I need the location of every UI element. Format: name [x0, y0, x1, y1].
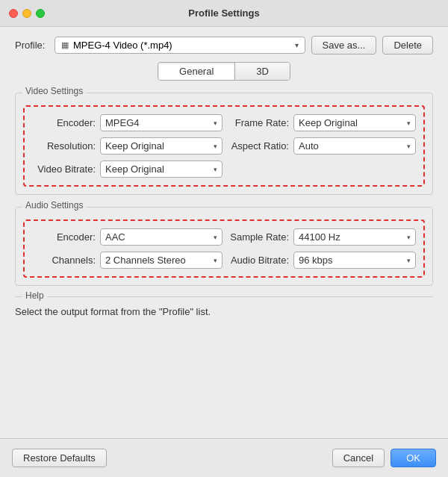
audio-bitrate-field: Audio Bitrate: 96 kbps ▾ — [225, 252, 416, 269]
encoder-field: Encoder: MPEG4 ▾ — [32, 114, 223, 131]
video-fields-grid: Encoder: MPEG4 ▾ Frame Rate: Keep Origin… — [32, 114, 416, 178]
encoder-value: MPEG4 — [105, 117, 211, 128]
save-as-button[interactable]: Save as... — [311, 36, 377, 54]
aspect-ratio-select[interactable]: Auto ▾ — [293, 137, 416, 155]
audio-dashed-border: Encoder: AAC ▾ Sample Rate: 44100 Hz ▾ — [23, 219, 425, 278]
tab-general[interactable]: General — [158, 63, 235, 80]
video-settings-label: Video Settings — [22, 86, 86, 96]
aspect-ratio-value: Auto — [299, 140, 404, 152]
video-bitrate-field: Video Bitrate: Keep Original ▾ — [32, 160, 223, 178]
resolution-label: Resolution: — [32, 140, 96, 152]
encoder-select[interactable]: MPEG4 ▾ — [100, 114, 223, 131]
video-settings-section: Video Settings Encoder: MPEG4 ▾ Frame Ra… — [15, 93, 433, 195]
sample-rate-field: Sample Rate: 44100 Hz ▾ — [225, 228, 416, 246]
video-bitrate-select[interactable]: Keep Original ▾ — [100, 160, 223, 178]
frame-rate-label: Frame Rate: — [225, 117, 289, 128]
chevron-down-icon: ▾ — [295, 41, 299, 49]
sample-rate-select[interactable]: 44100 Hz ▾ — [293, 228, 416, 246]
audio-encoder-value: AAC — [105, 231, 211, 243]
restore-defaults-button[interactable]: Restore Defaults — [12, 449, 107, 467]
audio-encoder-field: Encoder: AAC ▾ — [32, 228, 223, 246]
encoder-chevron-icon: ▾ — [214, 119, 217, 127]
profile-select-text: MPEG-4 Video (*.mp4) — [73, 40, 290, 51]
traffic-lights — [9, 9, 45, 18]
video-bitrate-value: Keep Original — [105, 163, 211, 175]
audio-fields-grid: Encoder: AAC ▾ Sample Rate: 44100 Hz ▾ — [32, 228, 416, 269]
audio-encoder-chevron-icon: ▾ — [214, 234, 217, 241]
video-dashed-border: Encoder: MPEG4 ▾ Frame Rate: Keep Origin… — [23, 105, 425, 187]
audio-settings-section: Audio Settings Encoder: AAC ▾ Sample Rat… — [15, 207, 433, 286]
resolution-field: Resolution: Keep Original ▾ — [32, 137, 223, 155]
video-bitrate-chevron-icon: ▾ — [214, 166, 217, 173]
video-outer-border: Encoder: MPEG4 ▾ Frame Rate: Keep Origin… — [15, 93, 433, 195]
window-title: Profile Settings — [188, 7, 259, 19]
tabs-row: General 3D — [15, 62, 433, 81]
audio-bitrate-label: Audio Bitrate: — [225, 255, 289, 266]
sample-rate-chevron-icon: ▾ — [407, 234, 411, 241]
audio-bitrate-select[interactable]: 96 kbps ▾ — [293, 252, 416, 269]
tab-group: General 3D — [158, 62, 290, 81]
frame-rate-select[interactable]: Keep Original ▾ — [293, 114, 416, 131]
profile-select[interactable]: ▦ MPEG-4 Video (*.mp4) ▾ — [55, 37, 305, 54]
channels-label: Channels: — [32, 255, 96, 266]
channels-select[interactable]: 2 Channels Stereo ▾ — [100, 252, 223, 269]
audio-settings-label: Audio Settings — [22, 200, 86, 211]
delete-button[interactable]: Delete — [382, 36, 433, 54]
resolution-chevron-icon: ▾ — [214, 143, 217, 150]
aspect-ratio-label: Aspect Ratio: — [225, 140, 289, 152]
frame-rate-chevron-icon: ▾ — [407, 119, 411, 127]
maximize-button[interactable] — [36, 9, 45, 18]
audio-outer-border: Encoder: AAC ▾ Sample Rate: 44100 Hz ▾ — [15, 207, 433, 286]
profile-icon: ▦ — [61, 40, 69, 50]
cancel-button[interactable]: Cancel — [332, 449, 385, 467]
profile-row: Profile: ▦ MPEG-4 Video (*.mp4) ▾ Save a… — [15, 36, 433, 54]
audio-bitrate-value: 96 kbps — [299, 255, 404, 266]
help-text: Select the output format from the "Profi… — [15, 306, 433, 317]
sample-rate-value: 44100 Hz — [299, 231, 404, 243]
bottom-bar: Restore Defaults Cancel OK — [0, 438, 448, 477]
resolution-select[interactable]: Keep Original ▾ — [100, 137, 223, 155]
audio-bitrate-chevron-icon: ▾ — [407, 257, 411, 264]
aspect-ratio-field: Aspect Ratio: Auto ▾ — [225, 137, 416, 155]
profile-label: Profile: — [15, 40, 49, 51]
aspect-ratio-chevron-icon: ▾ — [407, 143, 411, 150]
bottom-right-buttons: Cancel OK — [332, 449, 436, 467]
audio-encoder-select[interactable]: AAC ▾ — [100, 228, 223, 246]
channels-field: Channels: 2 Channels Stereo ▾ — [32, 252, 223, 269]
audio-encoder-label: Encoder: — [32, 231, 96, 243]
main-content: Profile: ▦ MPEG-4 Video (*.mp4) ▾ Save a… — [0, 27, 448, 438]
title-bar: Profile Settings — [0, 0, 448, 27]
minimize-button[interactable] — [22, 9, 31, 18]
help-section: Help Select the output format from the "… — [15, 296, 433, 317]
frame-rate-value: Keep Original — [299, 117, 404, 128]
ok-button[interactable]: OK — [391, 449, 436, 467]
channels-value: 2 Channels Stereo — [105, 255, 211, 266]
close-button[interactable] — [9, 9, 18, 18]
help-label: Help — [22, 290, 47, 301]
tab-3d[interactable]: 3D — [235, 63, 290, 80]
frame-rate-field: Frame Rate: Keep Original ▾ — [225, 114, 416, 131]
channels-chevron-icon: ▾ — [214, 257, 217, 264]
video-bitrate-label: Video Bitrate: — [32, 163, 96, 175]
resolution-value: Keep Original — [105, 140, 211, 152]
encoder-label: Encoder: — [32, 117, 96, 128]
sample-rate-label: Sample Rate: — [225, 231, 289, 243]
